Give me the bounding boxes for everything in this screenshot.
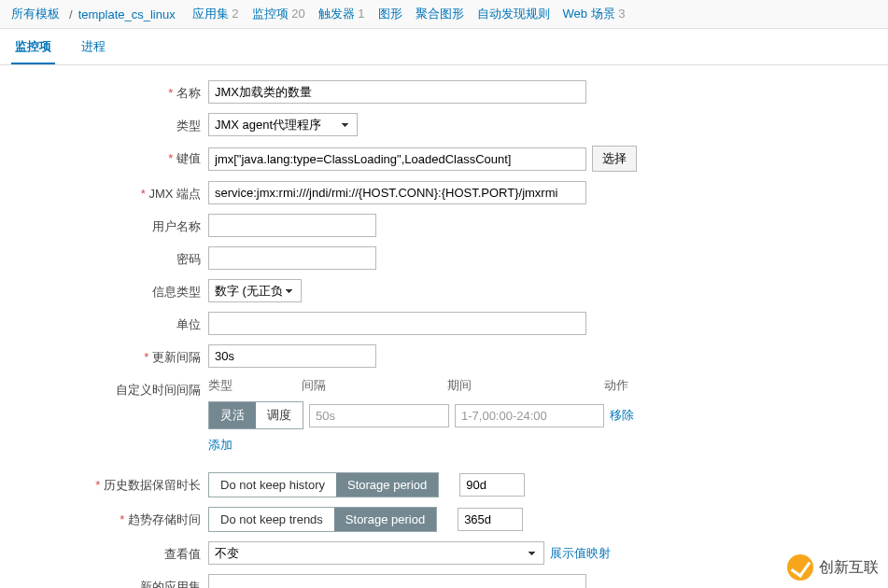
label-type: 类型 [7, 113, 208, 134]
label-history: 历史数据保留时长 [7, 472, 208, 494]
label-password: 密码 [7, 246, 208, 268]
interval-input[interactable] [309, 404, 449, 427]
label-show-value: 查看值 [7, 541, 208, 563]
seg-trends-on[interactable]: Storage period [334, 508, 436, 531]
nav-triggers[interactable]: 触发器 1 [318, 6, 365, 22]
nav-discovery[interactable]: 自动发现规则 [477, 6, 550, 22]
name-input[interactable] [208, 80, 586, 104]
label-update-interval: 更新间隔 [7, 344, 208, 366]
nav-screens[interactable]: 聚合图形 [416, 6, 464, 22]
jmx-endpoint-input[interactable] [208, 181, 586, 204]
interval-type-segment: 灵活 调度 [208, 401, 303, 429]
custom-interval-row: 灵活 调度 移除 [208, 401, 634, 429]
tab-process[interactable]: 进程 [78, 29, 109, 64]
label-units: 单位 [7, 312, 208, 333]
label-jmx-endpoint: JMX 端点 [7, 181, 208, 203]
type-select[interactable]: JMX agent代理程序 [208, 113, 358, 136]
label-trends: 趋势存储时间 [7, 507, 208, 528]
trends-value-input[interactable] [458, 508, 523, 531]
label-name: 名称 [7, 80, 208, 102]
label-username: 用户名称 [7, 214, 208, 235]
nav-web[interactable]: Web 场景 3 [563, 6, 626, 22]
remove-interval-link[interactable]: 移除 [610, 407, 634, 424]
trends-segment: Do not keep trends Storage period [208, 507, 437, 532]
new-app-input[interactable] [208, 574, 586, 588]
show-value-mapping-link[interactable]: 展示值映射 [550, 545, 611, 562]
key-input[interactable] [208, 147, 586, 171]
nav-graphs[interactable]: 图形 [378, 6, 402, 22]
label-key: 键值 [7, 146, 208, 167]
custom-interval-header: 类型 间隔 期间 动作 [208, 377, 634, 394]
all-templates-link[interactable]: 所有模板 [11, 6, 60, 22]
add-interval-link[interactable]: 添加 [208, 438, 233, 452]
check-icon [787, 554, 813, 581]
separator: / [69, 7, 73, 21]
update-interval-input[interactable] [208, 344, 376, 368]
password-input[interactable] [208, 246, 376, 270]
history-segment: Do not keep history Storage period [208, 472, 439, 497]
nav-app-sets[interactable]: 应用集 2 [192, 6, 239, 22]
label-info-type: 信息类型 [7, 279, 208, 301]
sub-tabs: 监控项 进程 [0, 29, 888, 65]
nav-items[interactable]: 监控项 20 [252, 6, 305, 22]
seg-history-on[interactable]: Storage period [336, 473, 438, 497]
label-new-app: 新的应用集 [7, 574, 208, 588]
units-input[interactable] [208, 312, 586, 335]
period-input[interactable] [455, 404, 604, 427]
item-form: 名称 类型 JMX agent代理程序 键值 选择 JMX 端点 用户名称 密码… [0, 65, 888, 588]
breadcrumb-nav: 所有模板 / template_cs_linux 应用集 2 监控项 20 触发… [0, 0, 888, 29]
username-input[interactable] [208, 214, 376, 237]
label-custom-intervals: 自定义时间间隔 [7, 377, 208, 399]
key-select-button[interactable]: 选择 [592, 146, 637, 172]
brand-logo: 创新互联 [787, 554, 879, 581]
seg-flexible[interactable]: 灵活 [209, 402, 256, 428]
seg-trends-off[interactable]: Do not keep trends [209, 508, 334, 531]
info-type-select[interactable]: 数字 (无正负) [208, 279, 302, 302]
template-name-link[interactable]: template_cs_linux [78, 7, 176, 21]
seg-history-off[interactable]: Do not keep history [209, 473, 336, 497]
history-value-input[interactable] [459, 473, 525, 497]
tab-item[interactable]: 监控项 [11, 29, 55, 64]
seg-scheduling[interactable]: 调度 [256, 402, 303, 428]
show-value-select[interactable]: 不变 [208, 541, 544, 565]
